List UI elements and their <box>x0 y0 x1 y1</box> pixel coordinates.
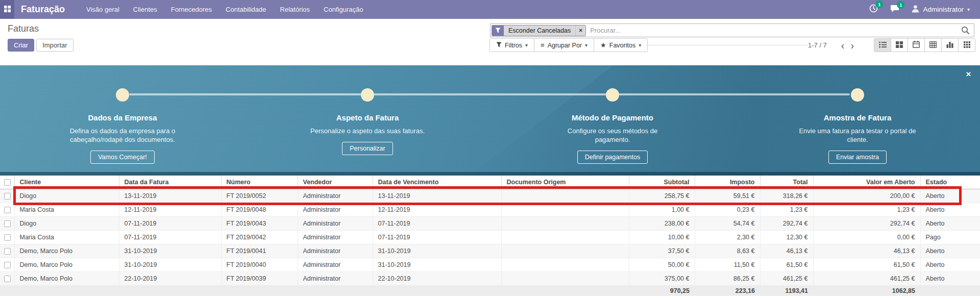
messages-button[interactable]: 1 <box>890 5 899 15</box>
cell-cliente[interactable]: Maria Costa <box>14 203 119 216</box>
cell-imposto[interactable]: 86,25 € <box>695 271 760 285</box>
cell-valor-aberto[interactable]: 0,00 € <box>813 230 920 244</box>
cell-valor-aberto[interactable]: 46,13 € <box>813 244 920 258</box>
row-checkbox[interactable] <box>4 207 11 213</box>
cell-numero[interactable]: FT 2019/0039 <box>221 271 298 285</box>
cell-imposto[interactable]: 0,23 € <box>695 203 760 216</box>
select-all-checkbox[interactable] <box>4 179 11 186</box>
cell-data-vencimento[interactable]: 07-11-2019 <box>373 230 501 244</box>
cell-valor-aberto[interactable]: 61,50 € <box>813 258 920 271</box>
step-action-button[interactable]: Personalizar <box>342 142 393 155</box>
cell-data-fatura[interactable]: 31-10-2019 <box>119 244 221 258</box>
cell-cliente[interactable]: Diogo <box>14 189 119 203</box>
cell-estado[interactable]: Aberto <box>920 189 980 203</box>
banner-close-icon[interactable]: ✕ <box>966 70 971 78</box>
cell-numero[interactable]: FT 2019/0042 <box>221 230 298 244</box>
cell-total[interactable]: 318,26 € <box>760 189 813 203</box>
cell-data-fatura[interactable]: 12-11-2019 <box>119 203 221 216</box>
cell-cliente[interactable]: Demo, Marco Polo <box>14 271 119 285</box>
cell-data-vencimento[interactable]: 22-10-2019 <box>373 271 501 285</box>
cell-total[interactable]: 46,13 € <box>760 244 813 258</box>
table-row[interactable]: Demo, Marco Polo31-10-2019FT 2019/0040Ad… <box>0 258 980 271</box>
step-action-button[interactable]: Definir pagamentos <box>577 151 648 164</box>
row-checkbox[interactable] <box>4 248 11 255</box>
cell-imposto[interactable]: 11,50 € <box>695 258 760 271</box>
cell-total[interactable]: 292,74 € <box>760 216 813 230</box>
cell-imposto[interactable]: 59,51 € <box>695 189 760 203</box>
cell-valor-aberto[interactable]: 461,25 € <box>813 271 920 285</box>
table-row[interactable]: Diogo07-11-2019FT 2019/0043Administrator… <box>0 216 980 230</box>
cell-subtotal[interactable]: 258,75 € <box>629 189 695 203</box>
cell-estado[interactable]: Aberto <box>920 244 980 258</box>
column-header-vendedor[interactable]: Vendedor <box>298 176 373 189</box>
cell-data-vencimento[interactable]: 31-10-2019 <box>373 244 501 258</box>
cell-data-vencimento[interactable]: 07-11-2019 <box>373 216 501 230</box>
row-checkbox[interactable] <box>4 276 11 282</box>
column-header-valor-em-aberto[interactable]: Valor em Aberto <box>813 176 920 189</box>
column-header-estado[interactable]: Estado <box>920 176 980 189</box>
cell-valor-aberto[interactable]: 200,00 € <box>813 189 920 203</box>
table-row[interactable]: Demo, Marco Polo22-10-2019FT 2019/0039Ad… <box>0 271 980 285</box>
cell-total[interactable]: 12,30 € <box>760 230 813 244</box>
facet-remove-icon[interactable]: ✕ <box>576 26 585 36</box>
search-facet[interactable]: Esconder Canceladas ✕ <box>492 25 586 36</box>
cell-data-vencimento[interactable]: 31-10-2019 <box>373 258 501 271</box>
column-header-imposto[interactable]: Imposto <box>695 176 760 189</box>
cell-vendedor[interactable]: Administrator <box>298 203 373 216</box>
cell-subtotal[interactable]: 238,00 € <box>629 216 695 230</box>
cell-vendedor[interactable]: Administrator <box>298 258 373 271</box>
cell-imposto[interactable]: 54,74 € <box>695 216 760 230</box>
cell-data-fatura[interactable]: 31-10-2019 <box>119 258 221 271</box>
search-icon[interactable] <box>961 26 970 35</box>
cell-documento-origem[interactable] <box>501 230 629 244</box>
step-action-button[interactable]: Enviar amostra <box>828 151 887 164</box>
cell-estado[interactable]: Aberto <box>920 258 980 271</box>
cell-vendedor[interactable]: Administrator <box>298 271 373 285</box>
row-checkbox[interactable] <box>4 234 11 241</box>
cell-documento-origem[interactable] <box>501 203 629 216</box>
cell-subtotal[interactable]: 50,00 € <box>629 258 695 271</box>
pager-previous-icon[interactable]: ‹ <box>838 40 848 51</box>
column-header-número[interactable]: Número <box>221 176 298 189</box>
group-by-button[interactable]: ≡ Agrupar Por ▾ <box>534 38 594 52</box>
cell-documento-origem[interactable] <box>501 258 629 271</box>
cell-total[interactable]: 61,50 € <box>760 258 813 271</box>
create-button[interactable]: Criar <box>8 39 34 52</box>
menu-item-visão-geral[interactable]: Visão geral <box>86 6 119 13</box>
menu-item-contabilidade[interactable]: Contabilidade <box>226 6 266 13</box>
cell-estado[interactable]: Aberto <box>920 203 980 216</box>
column-header-total[interactable]: Total <box>760 176 813 189</box>
cell-numero[interactable]: FT 2019/0040 <box>221 258 298 271</box>
row-checkbox[interactable] <box>4 193 11 200</box>
cell-subtotal[interactable]: 10,00 € <box>629 230 695 244</box>
cell-total[interactable]: 1,23 € <box>760 203 813 216</box>
apps-menu-button[interactable] <box>0 0 14 19</box>
view-list-button[interactable] <box>874 38 891 52</box>
column-header-subtotal[interactable]: Subtotal <box>629 176 695 189</box>
search-input[interactable] <box>586 27 961 34</box>
pager-value[interactable]: 1-7 / 7 <box>808 41 827 49</box>
cell-estado[interactable]: Aberto <box>920 271 980 285</box>
row-checkbox[interactable] <box>4 220 11 227</box>
cell-cliente[interactable]: Demo, Marco Polo <box>14 244 119 258</box>
cell-cliente[interactable]: Demo, Marco Polo <box>14 258 119 271</box>
cell-numero[interactable]: FT 2019/0048 <box>221 203 298 216</box>
cell-estado[interactable]: Aberto <box>920 216 980 230</box>
cell-imposto[interactable]: 2,30 € <box>695 230 760 244</box>
app-title[interactable]: Faturação <box>21 4 65 15</box>
cell-vendedor[interactable]: Administrator <box>298 216 373 230</box>
cell-valor-aberto[interactable]: 1,23 € <box>813 203 920 216</box>
cell-subtotal[interactable]: 375,00 € <box>629 271 695 285</box>
menu-item-relatórios[interactable]: Relatórios <box>280 6 310 13</box>
step-action-button[interactable]: Vamos Começar! <box>90 151 155 164</box>
cell-numero[interactable]: FT 2019/0043 <box>221 216 298 230</box>
column-header-cliente[interactable]: Cliente <box>14 176 119 189</box>
pager-next-icon[interactable]: › <box>848 40 857 51</box>
column-header-data-de-vencimento[interactable]: Data de Vencimento <box>373 176 501 189</box>
cell-total[interactable]: 461,25 € <box>760 271 813 285</box>
cell-data-fatura[interactable]: 13-11-2019 <box>119 189 221 203</box>
column-header-data-da-fatura[interactable]: Data da Fatura <box>119 176 221 189</box>
cell-subtotal[interactable]: 37,50 € <box>629 244 695 258</box>
cell-estado[interactable]: Pago <box>920 230 980 244</box>
menu-item-configuração[interactable]: Configuração <box>324 6 363 13</box>
